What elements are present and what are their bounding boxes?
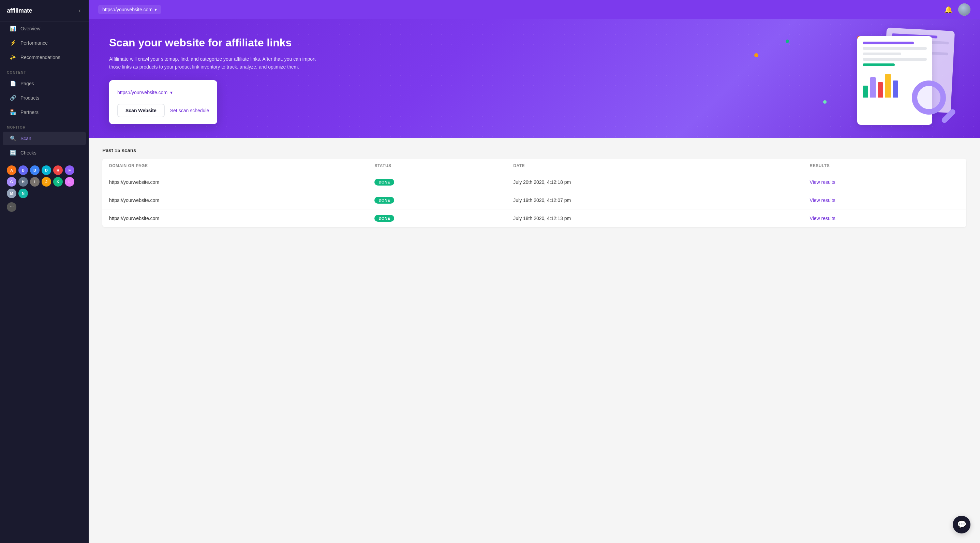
hero-section: Scan your website for affiliate links Af… bbox=[89, 19, 980, 138]
sidebar-item-overview[interactable]: 📊 Overview bbox=[3, 22, 86, 35]
status-badge: DONE bbox=[374, 197, 394, 204]
sidebar-item-partners[interactable]: 🏪 Partners bbox=[3, 105, 86, 119]
integration-icon-13[interactable]: N bbox=[18, 189, 28, 198]
domain-cell: https://yourwebsite.com bbox=[102, 209, 368, 228]
dot-yellow bbox=[754, 53, 758, 57]
set-scan-schedule-button[interactable]: Set scan schedule bbox=[170, 108, 209, 113]
table-row: https://yourwebsite.com DONE July 20th 2… bbox=[102, 173, 966, 191]
hero-url-dropdown[interactable]: https://yourwebsite.com ▾ bbox=[117, 87, 209, 98]
integration-icon-11[interactable]: L bbox=[65, 177, 74, 186]
status-cell: DONE bbox=[368, 209, 506, 228]
status-badge: DONE bbox=[374, 179, 394, 186]
chart-bar bbox=[870, 77, 876, 97]
more-integrations: ⋯ bbox=[7, 202, 82, 212]
col-results: Results bbox=[803, 159, 966, 173]
main-content: https://yourwebsite.com ▾ 🔔 Scan your we… bbox=[89, 0, 980, 543]
scans-table: Domain or Page Status Date Results https… bbox=[102, 159, 966, 227]
magnifier-handle bbox=[940, 108, 956, 124]
monitor-section-label: MONITOR bbox=[0, 119, 89, 131]
table-row: https://yourwebsite.com DONE July 19th 2… bbox=[102, 191, 966, 209]
sidebar-item-label: Pages bbox=[21, 81, 34, 86]
sidebar-item-label: Checks bbox=[21, 150, 37, 156]
hero-url-text: https://yourwebsite.com bbox=[117, 90, 167, 95]
integration-icon-4[interactable]: R bbox=[53, 166, 63, 175]
view-results-link[interactable]: View results bbox=[810, 197, 835, 203]
checks-icon: 🔄 bbox=[10, 150, 16, 156]
integration-icon-8[interactable]: I bbox=[30, 177, 40, 186]
sidebar-item-label: Recommendations bbox=[21, 54, 60, 60]
topbar-right: 🔔 bbox=[944, 3, 970, 16]
status-cell: DONE bbox=[368, 173, 506, 191]
magnifier-circle bbox=[912, 81, 946, 115]
notification-bell-icon[interactable]: 🔔 bbox=[944, 5, 953, 14]
dropdown-arrow-icon: ▾ bbox=[170, 90, 173, 95]
scan-icon: 🔍 bbox=[10, 135, 16, 142]
integration-icon-12[interactable]: M bbox=[7, 189, 16, 198]
content-area: Past 15 scans Domain or Page Status Date… bbox=[89, 138, 980, 543]
integration-icon-3[interactable]: D bbox=[41, 166, 51, 175]
sidebar-item-products[interactable]: 🔗 Products bbox=[3, 91, 86, 105]
hero-title: Scan your website for affiliate links bbox=[109, 36, 321, 49]
integration-icon-2[interactable]: B bbox=[30, 166, 40, 175]
url-selector[interactable]: https://yourwebsite.com ▾ bbox=[98, 5, 161, 14]
sidebar-item-pages[interactable]: 📄 Pages bbox=[3, 77, 86, 91]
doc-line bbox=[863, 41, 914, 45]
chevron-down-icon: ▾ bbox=[154, 7, 157, 12]
view-results-link[interactable]: View results bbox=[810, 179, 835, 185]
status-badge: DONE bbox=[374, 215, 394, 222]
date-cell: July 18th 2020, 4:12:13 pm bbox=[506, 209, 803, 228]
products-icon: 🔗 bbox=[10, 94, 16, 101]
sidebar-item-label: Overview bbox=[21, 26, 40, 31]
more-icon[interactable]: ⋯ bbox=[7, 202, 16, 212]
hero-actions: Scan Website Set scan schedule bbox=[117, 104, 209, 117]
scan-website-button[interactable]: Scan Website bbox=[117, 104, 165, 117]
integration-icon-10[interactable]: K bbox=[53, 177, 63, 186]
doc-line bbox=[863, 53, 901, 55]
avatar[interactable] bbox=[958, 3, 970, 16]
magnifier-icon bbox=[912, 81, 959, 128]
avatar-image bbox=[958, 3, 970, 16]
chat-button[interactable]: 💬 bbox=[953, 516, 970, 533]
chart-bar bbox=[893, 81, 898, 97]
domain-cell: https://yourwebsite.com bbox=[102, 191, 368, 209]
integration-icon-5[interactable]: F bbox=[65, 166, 74, 175]
sidebar-item-label: Scan bbox=[21, 136, 31, 141]
overview-icon: 📊 bbox=[10, 25, 16, 32]
hero-description: Affilimate will crawl your sitemap, find… bbox=[109, 55, 321, 71]
pages-icon: 📄 bbox=[10, 80, 16, 87]
sidebar-item-recommendations[interactable]: ✨ Recommendations bbox=[3, 51, 86, 64]
topbar: https://yourwebsite.com ▾ 🔔 bbox=[89, 0, 980, 19]
sidebar-item-label: Performance bbox=[21, 40, 48, 46]
integration-icon-9[interactable]: J bbox=[41, 177, 51, 186]
collapse-sidebar-button[interactable]: ‹ bbox=[77, 6, 82, 15]
performance-icon: ⚡ bbox=[10, 40, 16, 46]
sidebar-header: affilimate ‹ bbox=[0, 0, 89, 21]
view-results-link[interactable]: View results bbox=[810, 215, 835, 221]
integration-icon-1[interactable]: B bbox=[18, 166, 28, 175]
col-domain: Domain or Page bbox=[102, 159, 368, 173]
date-cell: July 19th 2020, 4:12:07 pm bbox=[506, 191, 803, 209]
sidebar-item-label: Partners bbox=[21, 110, 38, 115]
topbar-left: https://yourwebsite.com ▾ bbox=[98, 5, 161, 14]
section-title: Past 15 scans bbox=[102, 147, 966, 153]
hero-content: Scan your website for affiliate links Af… bbox=[109, 36, 321, 124]
doc-line bbox=[863, 58, 927, 61]
table-header: Domain or Page Status Date Results bbox=[102, 159, 966, 173]
integration-icon-7[interactable]: H bbox=[18, 177, 28, 186]
integration-icon-0[interactable]: A bbox=[7, 166, 16, 175]
results-cell: View results bbox=[803, 191, 966, 209]
sidebar-item-scan[interactable]: 🔍 Scan bbox=[3, 132, 86, 145]
sidebar-item-performance[interactable]: ⚡ Performance bbox=[3, 36, 86, 50]
content-section-label: CONTENT bbox=[0, 64, 89, 76]
sidebar-item-checks[interactable]: 🔄 Checks bbox=[3, 146, 86, 159]
col-status: Status bbox=[368, 159, 506, 173]
integrations-list: ABBDRFGHIJKLMN bbox=[7, 166, 82, 198]
url-text: https://yourwebsite.com bbox=[102, 7, 153, 12]
partners-icon: 🏪 bbox=[10, 109, 16, 116]
recommendations-icon: ✨ bbox=[10, 54, 16, 61]
integration-icon-6[interactable]: G bbox=[7, 177, 16, 186]
dot-green bbox=[786, 40, 789, 43]
sidebar-item-label: Products bbox=[21, 95, 39, 100]
hero-card: https://yourwebsite.com ▾ Scan Website S… bbox=[109, 80, 217, 124]
status-cell: DONE bbox=[368, 191, 506, 209]
